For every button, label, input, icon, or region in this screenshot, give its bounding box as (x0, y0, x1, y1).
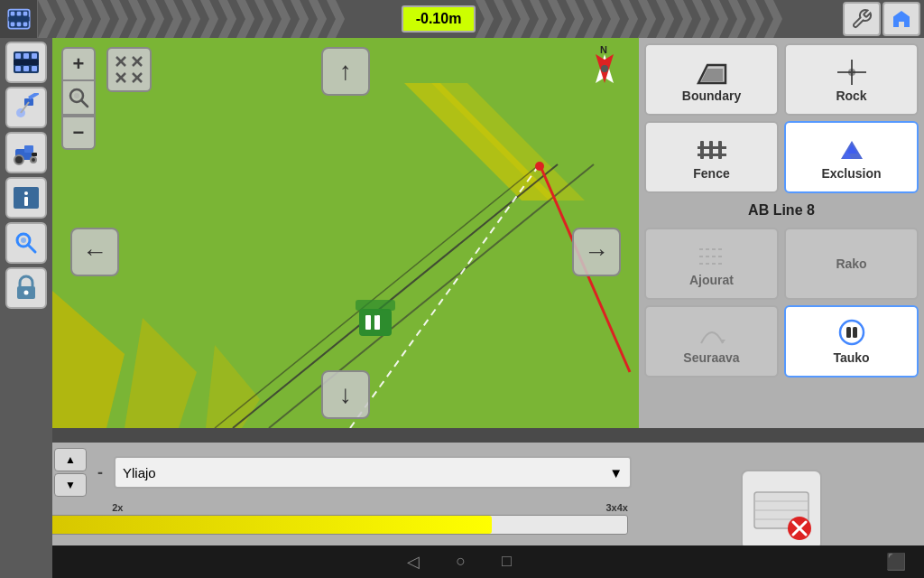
sidebar-tractor-icon (12, 138, 41, 167)
speed-bar-fill (12, 516, 492, 534)
svg-rect-6 (23, 23, 27, 27)
svg-rect-1 (10, 12, 14, 16)
left-arrows-decoration (38, 0, 345, 38)
svg-rect-53 (356, 300, 395, 311)
sidebar-search-button[interactable] (5, 222, 47, 264)
home-icon (891, 8, 912, 30)
svg-rect-28 (32, 153, 37, 156)
sidebar-satellite-button[interactable] (5, 87, 47, 128)
right-panel: Boundary Rock Fence (639, 38, 924, 428)
sidebar-lock-button[interactable] (5, 267, 47, 309)
sidebar-tractor-button[interactable] (5, 132, 47, 173)
seuraava-label: Seuraava (683, 350, 739, 365)
delete-button[interactable] (741, 470, 822, 551)
rock-label: Rock (836, 89, 866, 103)
expand-button[interactable] (106, 47, 152, 92)
yliajo-dropdown[interactable]: Yliajo ▼ (114, 456, 632, 489)
ajourat-icon (694, 240, 730, 273)
exclusion-icon (834, 134, 870, 166)
svg-rect-16 (15, 66, 21, 71)
speed-tick-2x: 2x (112, 502, 123, 513)
svg-rect-13 (15, 53, 21, 59)
seuraava-button: Seuraava (644, 305, 779, 378)
left-sidebar (0, 38, 52, 578)
svg-rect-78 (700, 141, 704, 159)
map-nav-left[interactable]: ← (70, 228, 119, 276)
sidebar-satellite-icon (12, 93, 41, 122)
svg-rect-9 (38, 0, 345, 38)
zoom-out-button[interactable]: − (61, 116, 96, 150)
rock-button[interactable]: Rock (784, 43, 919, 116)
pause-icon (834, 318, 870, 350)
ajourat-button: Ajourat (644, 228, 779, 300)
svg-rect-89 (846, 327, 851, 338)
tauko-label: Tauko (833, 350, 869, 365)
home-button[interactable] (882, 2, 920, 36)
sidebar-info-button[interactable] (5, 177, 47, 219)
sidebar-search-icon (12, 228, 41, 257)
scroll-up-button[interactable]: ▲ (54, 448, 87, 471)
speed-bar-track[interactable] (11, 515, 628, 535)
tauko-button[interactable]: Tauko (784, 305, 919, 378)
exclusion-label: Exclusion (821, 166, 881, 181)
distance-badge: -0.10m (402, 5, 476, 33)
compass: N (581, 45, 628, 92)
svg-point-34 (21, 238, 26, 243)
svg-point-36 (24, 291, 29, 295)
svg-rect-79 (709, 141, 713, 159)
map-nav-up[interactable]: ↑ (321, 47, 370, 96)
top-bar: -0.10m (0, 0, 924, 38)
svg-point-30 (24, 191, 28, 195)
rock-icon (834, 56, 870, 89)
zoom-in-button[interactable]: + (61, 47, 96, 81)
svg-rect-3 (23, 12, 27, 16)
svg-point-69 (601, 65, 608, 72)
svg-rect-4 (10, 23, 14, 27)
dropdown-arrow-icon: ▼ (609, 465, 623, 480)
rako-label: Rako (836, 256, 866, 271)
boundary-type-grid: Boundary Rock Fence (644, 43, 919, 193)
system-recent-icon[interactable]: □ (502, 552, 512, 572)
svg-rect-14 (23, 53, 29, 59)
svg-line-33 (28, 245, 35, 252)
svg-rect-27 (24, 145, 33, 153)
yliajo-value: Yliajo (123, 465, 156, 480)
system-back-icon[interactable]: ◁ (407, 552, 420, 572)
zoom-magnifier (61, 81, 96, 116)
ajourat-label: Ajourat (689, 273, 734, 287)
speed-tick-3x: 3x (606, 502, 617, 513)
svg-point-75 (848, 69, 855, 76)
rako-button: Rako (784, 228, 919, 300)
svg-line-56 (81, 100, 88, 107)
svg-rect-31 (24, 197, 28, 206)
system-nav: ◁ ○ □ (407, 552, 512, 572)
sidebar-info-icon (12, 183, 41, 212)
boundary-button[interactable]: Boundary (644, 43, 779, 116)
ab-line-label: AB Line 8 (644, 199, 919, 222)
svg-point-25 (14, 155, 23, 164)
svg-rect-90 (853, 327, 857, 338)
system-bar: ☰ ◁ ○ □ ⬛ (0, 545, 924, 578)
speed-tick-4x: 4x (617, 502, 628, 513)
map-nav-right[interactable]: → (572, 228, 621, 276)
seuraava-icon (694, 318, 730, 350)
delete-icon (750, 479, 813, 542)
wrench-icon (851, 8, 873, 30)
system-camera-icon[interactable]: ⬛ (886, 552, 906, 572)
sidebar-film-button[interactable] (5, 42, 47, 83)
zoom-controls: + − (61, 47, 96, 150)
scroll-down-button[interactable]: ▼ (54, 473, 87, 497)
svg-point-57 (74, 93, 79, 98)
exclusion-button[interactable]: Exclusion (784, 121, 919, 193)
boundary-icon (694, 56, 730, 89)
svg-rect-52 (374, 315, 380, 330)
map-nav-down[interactable]: ↓ (321, 370, 370, 419)
system-home-icon[interactable]: ○ (456, 552, 466, 572)
wrench-button[interactable] (843, 2, 881, 36)
up-down-controls: ▲ ▼ (54, 448, 87, 497)
svg-rect-17 (23, 66, 29, 71)
sidebar-film-icon (12, 48, 41, 77)
svg-rect-5 (16, 23, 21, 27)
svg-rect-18 (32, 66, 37, 71)
fence-button[interactable]: Fence (644, 121, 779, 193)
